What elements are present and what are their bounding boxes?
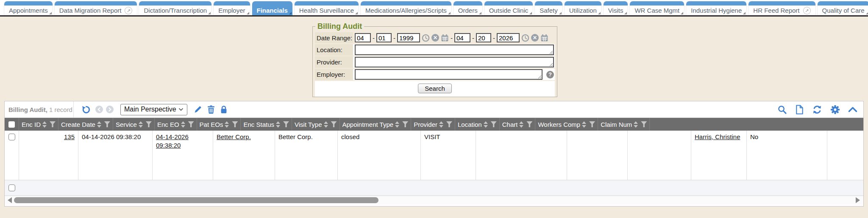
lock-perspective-icon[interactable] [220, 105, 228, 114]
filter-icon[interactable] [283, 121, 289, 127]
collapse-icon[interactable] [848, 106, 857, 112]
filter-icon[interactable] [526, 121, 532, 127]
from-month-input[interactable] [355, 33, 371, 42]
filter-icon[interactable] [589, 121, 595, 127]
external-link-icon[interactable]: ↗ [803, 7, 811, 14]
column-header[interactable]: Location [455, 118, 500, 131]
new-document-icon[interactable] [795, 105, 804, 115]
filter-icon[interactable] [232, 121, 238, 127]
filter-icon[interactable] [446, 121, 452, 127]
select-all-checkbox[interactable] [5, 118, 19, 131]
sort-icon[interactable] [395, 121, 399, 128]
to-month-input[interactable] [454, 33, 470, 42]
enc-eo-link[interactable]: Better Corp. [217, 133, 251, 140]
tab-menu-corner-icon [479, 12, 481, 14]
column-header[interactable]: Workers Comp [535, 118, 598, 131]
filter-icon[interactable] [402, 121, 408, 127]
footer-checkbox[interactable] [8, 184, 15, 191]
enc-id-link[interactable]: 135 [64, 133, 75, 140]
nav-tab[interactable]: Financials [252, 1, 292, 15]
sort-icon[interactable] [97, 121, 101, 128]
sort-icon[interactable] [276, 121, 280, 128]
column-header[interactable]: Enc EO [155, 118, 197, 131]
filter-icon[interactable] [146, 121, 152, 127]
external-link-icon[interactable]: ↗ [125, 7, 132, 14]
sort-icon[interactable] [582, 121, 586, 128]
sort-icon[interactable] [439, 121, 443, 128]
horizontal-scrollbar[interactable] [5, 196, 863, 204]
column-header[interactable]: Enc Status [241, 118, 292, 131]
column-header[interactable]: Visit Type [292, 118, 339, 131]
perspective-select[interactable]: Main Perspective [120, 104, 187, 115]
table-row[interactable]: 135 04-14-2026 09:38:20 04-14-2026 09:38… [5, 131, 864, 180]
edit-perspective-icon[interactable] [194, 105, 202, 114]
employer-input[interactable] [355, 69, 542, 80]
undo-icon[interactable] [81, 105, 91, 115]
search-grid-icon[interactable] [777, 105, 787, 115]
from-calendar-icon[interactable] [441, 34, 449, 42]
next-page-icon[interactable] [106, 106, 114, 113]
column-header[interactable]: Pat EOs [197, 118, 241, 131]
column-header[interactable]: Appointment Type [340, 118, 412, 131]
nav-tab[interactable]: Quality of Care [818, 1, 868, 15]
service-link[interactable]: 04-14-2026 09:38:20 [156, 133, 189, 149]
sort-icon[interactable] [519, 121, 523, 128]
column-header[interactable]: Enc ID [19, 118, 58, 131]
to-day-input[interactable] [476, 33, 491, 42]
nav-tab[interactable]: WR Case Mgmt [630, 1, 684, 15]
provider-input[interactable] [355, 57, 554, 67]
from-year-input[interactable] [397, 33, 420, 42]
sort-icon[interactable] [225, 121, 229, 128]
nav-tab[interactable]: Data Migration Report ↗ [55, 1, 137, 15]
chart-link[interactable]: Harris, Christine [695, 133, 740, 140]
nav-tab[interactable]: Utilization [565, 1, 601, 15]
location-input[interactable] [355, 45, 554, 55]
sort-icon[interactable] [139, 121, 143, 128]
nav-tab[interactable]: Visits [604, 1, 628, 15]
column-header[interactable]: Service [113, 118, 155, 131]
sort-icon[interactable] [42, 121, 47, 128]
help-icon[interactable]: ? [546, 71, 554, 78]
nav-tab[interactable]: Safety [535, 1, 562, 15]
from-time-icon[interactable] [422, 34, 430, 42]
settings-gear-icon[interactable] [830, 105, 840, 115]
filter-icon[interactable] [331, 121, 337, 127]
nav-tab[interactable]: Dictation/Transcription [139, 1, 211, 15]
scroll-right-icon[interactable] [856, 197, 860, 203]
filter-icon[interactable] [188, 121, 194, 127]
scrollbar-thumb[interactable] [14, 197, 378, 203]
column-header[interactable]: Provider [411, 118, 455, 131]
search-button[interactable]: Search [418, 84, 452, 93]
filter-icon[interactable] [641, 121, 647, 127]
nav-tab[interactable]: Medications/Allergies/Scripts [361, 1, 451, 15]
filter-icon[interactable] [50, 121, 56, 127]
to-calendar-icon[interactable] [540, 34, 548, 42]
sort-icon[interactable] [634, 121, 638, 128]
to-year-input[interactable] [497, 33, 520, 42]
nav-tab[interactable]: HR Feed Report ↗ [748, 1, 815, 15]
from-day-input[interactable] [376, 33, 392, 42]
nav-tab[interactable]: Outside Clinic [484, 1, 533, 15]
column-header[interactable]: Chart [500, 118, 536, 131]
sort-icon[interactable] [484, 121, 488, 128]
nav-tab[interactable]: Health Surveillance [295, 1, 359, 15]
column-header[interactable]: Create Date [58, 118, 113, 131]
chevron-down-icon [178, 108, 184, 111]
column-header[interactable]: Claim Num [598, 118, 650, 131]
from-clear-icon[interactable]: ✕ [431, 34, 439, 42]
row-checkbox[interactable] [8, 134, 15, 140]
filter-icon[interactable] [104, 121, 110, 127]
sort-icon[interactable] [324, 121, 328, 128]
nav-tab[interactable]: Employer [214, 1, 250, 15]
refresh-icon[interactable] [812, 105, 822, 115]
to-clear-icon[interactable]: ✕ [531, 34, 539, 42]
sort-icon[interactable] [181, 121, 185, 128]
nav-tab[interactable]: Orders [453, 1, 482, 15]
to-time-icon[interactable] [521, 34, 529, 42]
delete-perspective-icon[interactable] [207, 105, 215, 114]
filter-icon[interactable] [491, 121, 497, 127]
prev-page-icon[interactable] [95, 106, 103, 113]
scroll-left-icon[interactable] [8, 197, 12, 203]
nav-tab[interactable]: Appointments [4, 1, 53, 15]
nav-tab[interactable]: Industrial Hygiene [686, 1, 746, 15]
